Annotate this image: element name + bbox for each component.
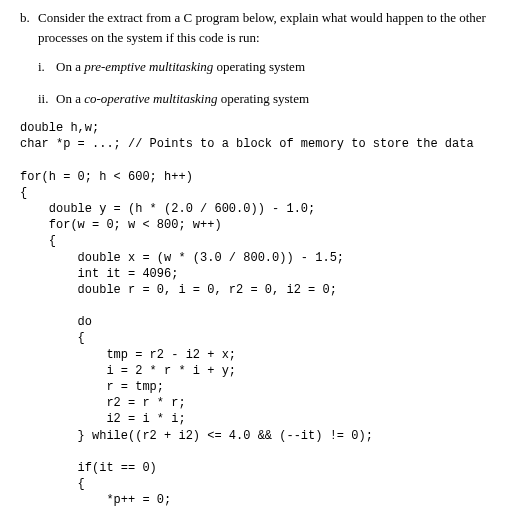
sub-post: operating system (217, 91, 309, 106)
sub-post: operating system (213, 59, 305, 74)
sub-text-i: On a pre-emptive multitasking operating … (56, 57, 501, 77)
question-label: b. (20, 8, 38, 47)
sub-pre: On a (56, 59, 84, 74)
question-b: b. Consider the extract from a C program… (20, 8, 501, 47)
sub-em: co-operative multitasking (84, 91, 217, 106)
sub-label-ii: ii. (38, 89, 56, 109)
sub-em: pre-emptive multitasking (84, 59, 213, 74)
sub-pre: On a (56, 91, 84, 106)
code-block: double h,w; char *p = ...; // Points to … (20, 120, 501, 510)
sub-item-ii: ii. On a co-operative multitasking opera… (38, 89, 501, 109)
sub-item-i: i. On a pre-emptive multitasking operati… (38, 57, 501, 77)
question-text: Consider the extract from a C program be… (38, 8, 501, 47)
sub-label-i: i. (38, 57, 56, 77)
sub-text-ii: On a co-operative multitasking operating… (56, 89, 501, 109)
